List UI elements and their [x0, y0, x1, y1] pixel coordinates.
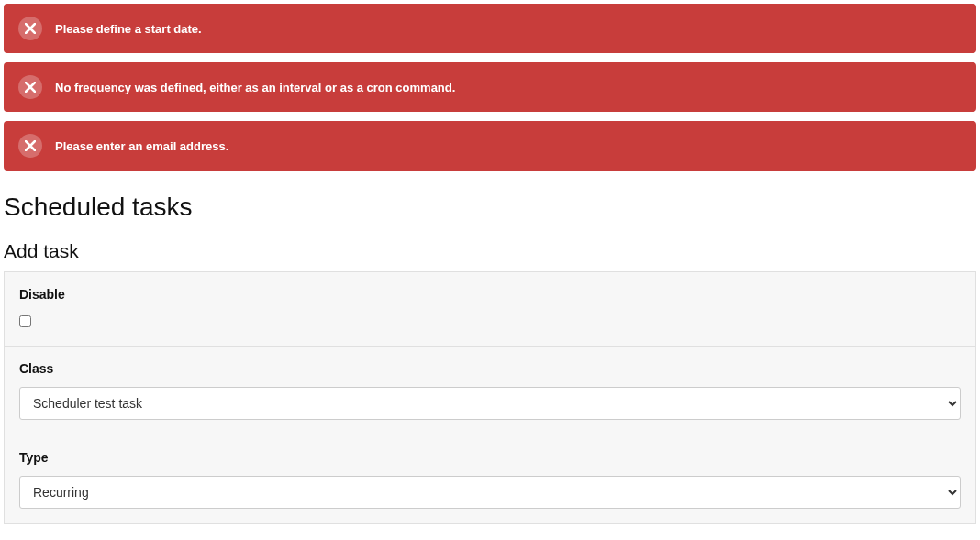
- add-task-form: Disable Class Scheduler test task Type R…: [4, 271, 976, 524]
- class-label: Class: [19, 361, 961, 376]
- form-row-class: Class Scheduler test task: [5, 347, 975, 435]
- class-select[interactable]: Scheduler test task: [19, 387, 961, 420]
- close-icon: [18, 75, 42, 99]
- alert-error: Please enter an email address.: [4, 121, 976, 171]
- alert-message: Please enter an email address.: [55, 139, 228, 153]
- disable-checkbox[interactable]: [19, 315, 31, 327]
- alert-message: Please define a start date.: [55, 22, 202, 36]
- close-icon: [18, 17, 42, 40]
- type-select[interactable]: Recurring: [19, 476, 961, 509]
- alert-message: No frequency was defined, either as an i…: [55, 81, 455, 94]
- type-label: Type: [19, 450, 961, 465]
- form-row-type: Type Recurring: [5, 435, 975, 523]
- page-title: Scheduled tasks: [0, 180, 980, 227]
- form-row-disable: Disable: [5, 272, 975, 347]
- close-icon: [18, 134, 42, 158]
- disable-label: Disable: [19, 287, 961, 302]
- section-title: Add task: [0, 227, 980, 271]
- alert-error: No frequency was defined, either as an i…: [4, 62, 976, 112]
- alert-error: Please define a start date.: [4, 4, 976, 53]
